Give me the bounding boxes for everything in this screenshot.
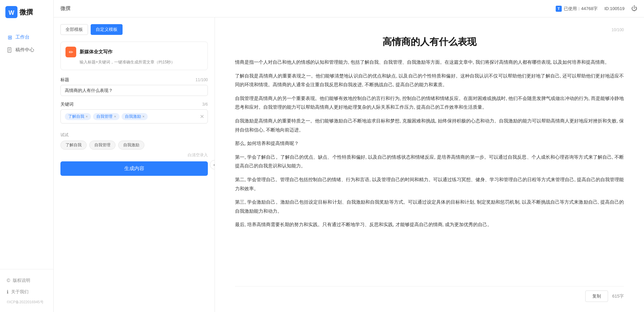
keywords-box[interactable]: 了解自我 × 自我管理 × 自我激励 × ✕ (60, 109, 208, 123)
sidebar-item-drafts-label: 稿件中心 (15, 47, 34, 53)
tag-suggestions: 试试 了解自我 自我管理 自我激励 (60, 132, 208, 150)
article-footer: 复制 615字 (235, 286, 624, 302)
article-title-area: 高情商的人有什么表现 (235, 36, 624, 51)
keywords-section: 关键词 3/6 了解自我 × 自我管理 × 自我激励 × (60, 101, 208, 123)
topbar-title: 微撰 (60, 5, 71, 12)
article-para-5: 第一, 学会了解自己。了解自己的优点、缺点、个性特质和偏好, 以及自己的情感状态… (235, 153, 624, 170)
logo-text: 微撰 (19, 8, 33, 17)
generate-button[interactable]: 生成内容 (60, 161, 208, 176)
copyright-icon: © (7, 278, 10, 283)
card-header: ✏ 新媒体全文写作 (65, 47, 203, 57)
drafts-icon (7, 47, 13, 53)
article-para-6: 第二, 学会管理自己。管理自己包括控制自己的情绪、行为和言语, 以及管理自己的时… (235, 175, 624, 193)
topbar-usage: T 已使用：44768字 (556, 6, 598, 12)
article-para-4: 那么, 如何培养和提高情商呢？ (235, 139, 624, 148)
sidebar-copyright[interactable]: © 版权说明 (0, 275, 53, 286)
logo-icon: W (5, 6, 17, 18)
power-icon[interactable]: ⏻ (631, 5, 637, 12)
right-panel: 10/100 高情商的人有什么表现 情商是指一个人对自己和他人的情感的认知和管理… (215, 17, 644, 312)
suggestions-list: 了解自我 自我管理 自我激励 (60, 141, 208, 150)
title-input[interactable] (60, 85, 208, 96)
article-body: 情商是指一个人对自己和他人的情感的认知和管理能力, 包括了解自我、自我管理、自我… (235, 58, 624, 286)
template-tabs: 全部模板 自定义模板 (60, 24, 208, 35)
keyword-tag-1-remove[interactable]: × (114, 114, 116, 118)
keyword-tag-0-text: 了解自我 (68, 114, 84, 119)
suggestion-tag-0[interactable]: 了解自我 (60, 141, 87, 150)
card-title: 新媒体全文写作 (80, 49, 112, 55)
copy-button[interactable]: 复制 (585, 291, 608, 302)
main: 微撰 T 已使用：44768字 ID:100519 ⏻ 全部模板 自定义模板 ✏… (54, 0, 644, 312)
suggestion-tag-1[interactable]: 自我管理 (89, 141, 116, 150)
article-word-count-header: 10/100 (235, 28, 624, 32)
usage-label: 已使用：44768字 (564, 6, 598, 12)
clear-link[interactable]: 白清空录入 (60, 152, 208, 158)
suggestion-tag-2[interactable]: 自我激励 (118, 141, 144, 150)
svg-text:W: W (9, 9, 14, 16)
workbench-icon: ⊞ (7, 34, 13, 40)
article-title: 高情商的人有什么表现 (235, 36, 624, 48)
article-para-3: 自我激励是高情商人的重要特质之一。他们能够激励自己不断地追求目标和梦想, 克服困… (235, 116, 624, 134)
content: 全部模板 自定义模板 ✏ 新媒体全文写作 输入标题+关键词，一键准确生成所需文章… (54, 17, 644, 312)
sidebar-item-workbench[interactable]: ⊞ 工作台 (0, 31, 53, 44)
sidebar-nav: ⊞ 工作台 稿件中心 (0, 24, 53, 269)
topbar: 微撰 T 已使用：44768字 ID:100519 ⏻ (54, 0, 644, 17)
template-card: ✏ 新媒体全文写作 输入标题+关键词，一键准确生成所需文章（约15秒） (60, 42, 208, 70)
sidebar: W 微撰 ⊞ 工作台 稿件中心 © 版权说明 ℹ 关 (0, 0, 54, 312)
sidebar-bottom: © 版权说明 ℹ 关于我们 ©ICP备2022016945号 (0, 269, 53, 312)
sidebar-item-drafts[interactable]: 稿件中心 (0, 44, 53, 56)
title-count: 11/100 (195, 77, 208, 82)
keyword-tag-2: 自我激励 × (122, 113, 148, 120)
keyword-tag-0-remove[interactable]: × (86, 114, 88, 118)
logo-area: W 微撰 (0, 0, 53, 24)
card-icon: ✏ (65, 47, 76, 57)
keywords-label-row: 关键词 3/6 (60, 101, 208, 107)
keyword-tag-2-text: 自我激励 (125, 114, 141, 119)
keywords-count: 3/6 (202, 102, 208, 107)
word-count-badge: 615字 (612, 293, 624, 299)
article-para-8: 最后, 培养高情商需要长期的努力和实践。只有通过不断地学习、反思和实践, 才能够… (235, 220, 624, 229)
article-para-1: 了解自我是高情商人的重要表现之一。他们能够清楚地认识自己的优点和缺点, 以及自己… (235, 71, 624, 89)
keywords-label: 关键词 (60, 101, 74, 107)
title-label-row: 标题 11/100 (60, 77, 208, 83)
word-count-header: 10/100 (611, 28, 624, 32)
keyword-tag-1: 自我管理 × (93, 113, 119, 120)
sidebar-item-workbench-label: 工作台 (15, 34, 30, 40)
tab-custom-templates[interactable]: 自定义模板 (91, 24, 123, 35)
collapse-toggle[interactable]: ◀ (210, 160, 215, 169)
article-para-0: 情商是指一个人对自己和他人的情感的认知和管理能力, 包括了解自我、自我管理、自我… (235, 58, 624, 67)
article-para-7: 第三, 学会激励自己。激励自己包括设定目标和计划、自我激励和自我奖励等方式。可以… (235, 198, 624, 215)
title-label: 标题 (60, 77, 69, 83)
suggestions-label: 试试 (60, 132, 208, 138)
tab-all-templates[interactable]: 全部模板 (60, 24, 88, 35)
sidebar-about[interactable]: ℹ 关于我们 (0, 286, 53, 298)
title-section: 标题 11/100 (60, 77, 208, 96)
topbar-id: ID:100519 (604, 6, 625, 11)
keyword-tag-0: 了解自我 × (65, 113, 91, 120)
topbar-right: T 已使用：44768字 ID:100519 ⏻ (556, 5, 637, 12)
about-icon: ℹ (7, 289, 8, 295)
keyword-tag-2-remove[interactable]: × (142, 114, 144, 118)
copyright-label: 版权说明 (13, 277, 30, 283)
keywords-clear-icon[interactable]: ✕ (200, 113, 204, 120)
article-para-2: 自我管理是高情商人的另一个重要表现。他们能够有效地控制自己的言行和行为, 控制自… (235, 94, 624, 112)
keyword-tag-1-text: 自我管理 (96, 114, 112, 119)
left-panel: 全部模板 自定义模板 ✏ 新媒体全文写作 输入标题+关键词，一键准确生成所需文章… (54, 17, 215, 312)
icp-text: ©ICP备2022016945号 (0, 298, 53, 307)
usage-icon: T (556, 6, 562, 12)
card-desc: 输入标题+关键词，一键准确生成所需文章（约15秒） (80, 59, 203, 65)
about-label: 关于我们 (11, 289, 29, 295)
